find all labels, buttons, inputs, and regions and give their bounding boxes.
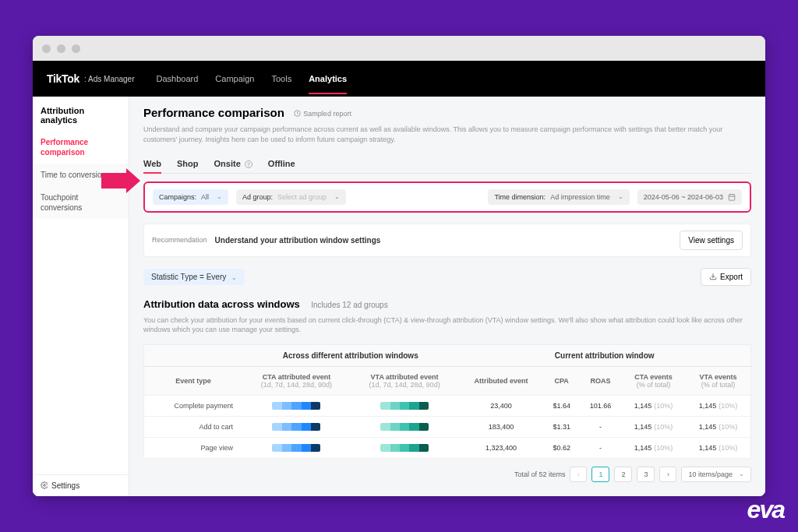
cell-cpa: $0.62 — [543, 437, 579, 458]
section-title: Attribution data across windows — [143, 298, 300, 310]
section-description: You can check your attribution for your … — [143, 315, 751, 335]
filter-row: Campaigns: All ⌄ Ad group: Select ad gro… — [143, 181, 751, 213]
sidebar-settings-label: Settings — [51, 481, 79, 490]
tab-offline[interactable]: Offline — [268, 154, 295, 173]
col-event: Event type — [144, 366, 243, 395]
sampled-badge: Sampled report — [294, 110, 351, 118]
cell-vta-bars — [351, 395, 459, 416]
cell-cpa: $1.31 — [543, 416, 579, 437]
cell-attributed: 1,323,400 — [458, 437, 543, 458]
cell-cpa: $1.64 — [543, 395, 579, 416]
page-2-button[interactable]: 2 — [614, 467, 632, 482]
chevron-down-icon: ⌄ — [217, 193, 222, 200]
total-items-label: Total of 52 items — [514, 470, 566, 478]
nav-tools[interactable]: Tools — [271, 63, 291, 94]
cell-cta: 1,145(10%) — [621, 416, 686, 437]
cell-cta: 1,145(10%) — [621, 437, 686, 458]
chevron-down-icon: ⌄ — [231, 274, 237, 281]
time-dimension-filter[interactable]: Time dimension: Ad impression time ⌄ — [488, 189, 629, 205]
stat-type-filter[interactable]: Statistic Type = Every ⌄ — [143, 269, 245, 285]
cell-event: Complete payment — [144, 395, 243, 416]
window-dot — [42, 44, 51, 53]
date-range-filter[interactable]: 2024-05-06 ~ 2024-06-03 — [637, 189, 742, 205]
chevron-down-icon: ⌄ — [334, 193, 340, 200]
clock-icon — [294, 110, 301, 117]
attribution-table: Across different attribution windows Cur… — [143, 344, 751, 459]
browser-titlebar — [33, 36, 765, 61]
cell-roas: - — [580, 416, 621, 437]
cell-cta-bars — [242, 437, 351, 458]
info-icon: ? — [245, 160, 252, 168]
tab-shop[interactable]: Shop — [177, 154, 199, 173]
brand-logo: TikTok — [47, 72, 79, 85]
cell-roas: 101.66 — [580, 395, 621, 416]
window-dot — [72, 44, 80, 53]
items-per-page-select[interactable]: 10 items/page ⌄ — [681, 467, 751, 482]
nav-dashboard[interactable]: Dashboard — [157, 63, 199, 94]
campaigns-filter[interactable]: Campaigns: All ⌄ — [153, 189, 228, 205]
cell-event: Add to cart — [144, 416, 243, 437]
arrow-callout — [101, 168, 140, 196]
page-3-button[interactable]: 3 — [637, 467, 655, 482]
watermark-logo: eva — [747, 495, 784, 524]
window-dot — [57, 44, 65, 53]
cell-vta: 1,145(10%) — [686, 395, 751, 416]
brand-sub: : Ads Manager — [84, 75, 134, 83]
cell-roas: - — [580, 437, 621, 458]
cell-attributed: 23,400 — [458, 395, 543, 416]
tab-web[interactable]: Web — [143, 154, 161, 173]
svg-rect-2 — [729, 194, 735, 199]
cell-vta-bars — [351, 416, 459, 437]
sidebar: Attribution analytics Performance compar… — [33, 97, 129, 495]
svg-point-0 — [44, 484, 46, 487]
view-settings-button[interactable]: View settings — [680, 231, 743, 250]
col-attributed: Attributed event — [458, 366, 543, 395]
nav-analytics[interactable]: Analytics — [309, 63, 347, 94]
sidebar-title: Attribution analytics — [33, 97, 129, 131]
browser-frame: TikTok : Ads Manager Dashboard Campaign … — [33, 36, 765, 495]
export-icon — [709, 273, 717, 280]
col-cpa: CPA — [543, 366, 579, 395]
sub-tabs: Web Shop Onsite ? Offline — [143, 154, 751, 174]
cell-vta: 1,145(10%) — [686, 437, 751, 458]
col-vta-events: VTA events(% of total) — [686, 366, 751, 395]
cell-cta: 1,145(10%) — [621, 395, 686, 416]
sidebar-item-performance[interactable]: Performance comparison — [33, 131, 129, 164]
cell-cta-bars — [242, 395, 351, 416]
rec-text: Understand your attribution window setti… — [215, 236, 381, 245]
table-row: Page view 1,323,400 $0.62 - 1,145(10%) 1… — [144, 437, 751, 458]
col-vta-windows: VTA attributed event(1d, 7d, 14d, 28d, 9… — [351, 366, 459, 395]
cell-vta-bars — [351, 437, 459, 458]
col-group-windows: Across different attribution windows — [242, 344, 458, 366]
section-subtitle: Includes 12 ad groups — [311, 301, 387, 309]
nav-campaign[interactable]: Campaign — [215, 63, 254, 94]
pagination: Total of 52 items ‹ 1 2 3 › 10 items/pag… — [143, 467, 751, 482]
col-group-current: Current attribution window — [458, 344, 750, 366]
top-nav: TikTok : Ads Manager Dashboard Campaign … — [33, 61, 765, 97]
page-title: Performance comparison — [143, 106, 284, 119]
prev-page-button[interactable]: ‹ — [570, 467, 587, 482]
recommendation-bar: Recommendation Understand your attributi… — [143, 224, 751, 257]
next-page-button[interactable]: › — [659, 467, 676, 482]
cell-attributed: 183,400 — [458, 416, 543, 437]
calendar-icon — [728, 193, 736, 201]
chevron-down-icon: ⌄ — [618, 193, 623, 200]
export-button[interactable]: Export — [701, 268, 751, 286]
page-description: Understand and compare your campaign per… — [143, 125, 751, 144]
adgroup-filter[interactable]: Ad group: Select ad group ⌄ — [236, 189, 346, 205]
cell-cta-bars — [242, 416, 351, 437]
content-area: Performance comparison Sampled report Un… — [129, 97, 765, 495]
table-row: Add to cart 183,400 $1.31 - 1,145(10%) 1… — [144, 416, 751, 437]
page-1-button[interactable]: 1 — [591, 467, 609, 482]
cell-event: Page view — [144, 437, 243, 458]
chevron-down-icon: ⌄ — [739, 470, 744, 477]
tab-onsite[interactable]: Onsite ? — [214, 154, 252, 173]
sidebar-settings[interactable]: Settings — [33, 474, 129, 496]
col-roas: ROAS — [580, 366, 621, 395]
col-cta-windows: CTA attributed event(1d, 7d, 14d, 28d, 9… — [242, 366, 351, 395]
col-cta-events: CTA events(% of total) — [621, 366, 686, 395]
rec-label: Recommendation — [152, 236, 207, 244]
cell-vta: 1,145(10%) — [686, 416, 751, 437]
gear-icon — [41, 481, 48, 489]
table-row: Complete payment 23,400 $1.64 101.66 1,1… — [144, 395, 751, 416]
